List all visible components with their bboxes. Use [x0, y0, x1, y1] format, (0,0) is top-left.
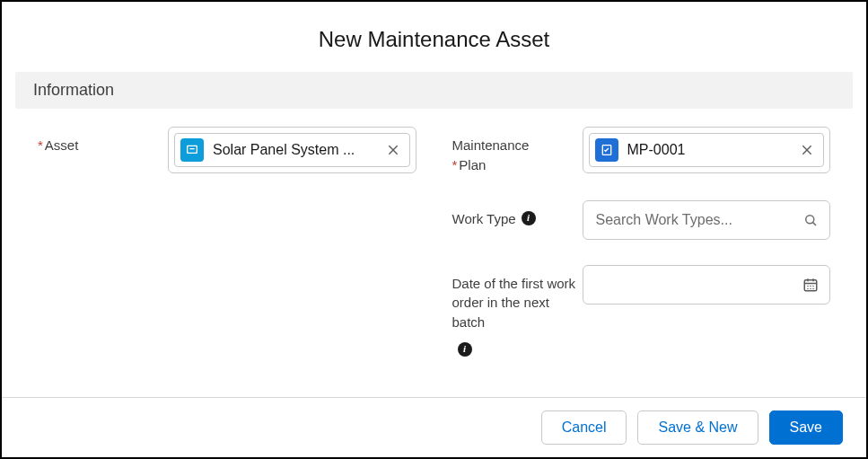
form-column-right: Maintenance *Plan: [452, 127, 831, 388]
modal-title: New Maintenance Asset: [2, 2, 866, 72]
first-work-order-date-input[interactable]: [594, 276, 794, 294]
field-label-first-work-order-date: Date of the first work order in the next…: [452, 265, 583, 356]
field-label-work-type: Work Type i: [452, 200, 583, 229]
field-label-text: Asset: [45, 136, 79, 155]
svg-point-15: [812, 285, 814, 287]
info-icon[interactable]: i: [458, 342, 472, 357]
field-label-text: Plan: [459, 157, 486, 172]
save-and-new-button[interactable]: Save & New: [637, 410, 758, 445]
close-icon: [800, 143, 814, 157]
svg-point-17: [810, 287, 811, 289]
asset-clear-button[interactable]: [382, 139, 404, 161]
field-label-maintenance-plan: Maintenance *Plan: [452, 127, 583, 175]
section-header-information: Information: [15, 72, 853, 109]
maintenance-plan-clear-button[interactable]: [796, 139, 818, 161]
maintenance-plan-pill[interactable]: MP-0001: [589, 133, 825, 167]
field-label-text: Maintenance: [452, 137, 530, 153]
required-marker: *: [38, 136, 43, 155]
maintenance-plan-lookup[interactable]: MP-0001: [583, 127, 831, 173]
info-icon[interactable]: i: [522, 211, 536, 225]
asset-icon: [180, 138, 204, 162]
work-type-input[interactable]: [594, 211, 794, 229]
field-label-text: Date of the first work order in the next…: [452, 276, 576, 331]
svg-point-14: [810, 285, 811, 287]
asset-lookup[interactable]: Solar Panel System ...: [168, 127, 416, 173]
work-type-lookup[interactable]: [583, 200, 831, 240]
new-maintenance-asset-modal: New Maintenance Asset Information * Asse…: [2, 2, 866, 457]
field-first-work-order-date: Date of the first work order in the next…: [452, 265, 831, 356]
field-label-asset: * Asset: [38, 127, 168, 155]
svg-point-16: [807, 287, 809, 289]
svg-line-8: [813, 222, 816, 225]
form-column-left: * Asset Solar Panel System ...: [38, 127, 416, 388]
save-button[interactable]: Save: [769, 410, 843, 445]
field-work-type: Work Type i: [452, 200, 831, 240]
close-icon: [386, 143, 400, 157]
search-icon: [802, 212, 819, 228]
cancel-button[interactable]: Cancel: [541, 410, 627, 445]
asset-pill[interactable]: Solar Panel System ...: [174, 133, 410, 167]
maintenance-plan-pill-label: MP-0001: [627, 142, 785, 158]
form-body: * Asset Solar Panel System ...: [2, 109, 866, 397]
field-label-text: Work Type: [452, 209, 516, 229]
svg-point-18: [812, 287, 814, 289]
svg-point-7: [806, 215, 814, 223]
maintenance-plan-icon: [595, 138, 618, 162]
calendar-icon[interactable]: [802, 277, 819, 293]
modal-footer: Cancel Save & New Save: [2, 397, 866, 457]
required-marker: *: [452, 157, 458, 172]
first-work-order-date-input-wrap[interactable]: [583, 265, 831, 305]
field-asset: * Asset Solar Panel System ...: [38, 127, 416, 173]
asset-pill-label: Solar Panel System ...: [213, 142, 370, 158]
svg-point-13: [807, 285, 809, 287]
field-maintenance-plan: Maintenance *Plan: [452, 127, 831, 175]
